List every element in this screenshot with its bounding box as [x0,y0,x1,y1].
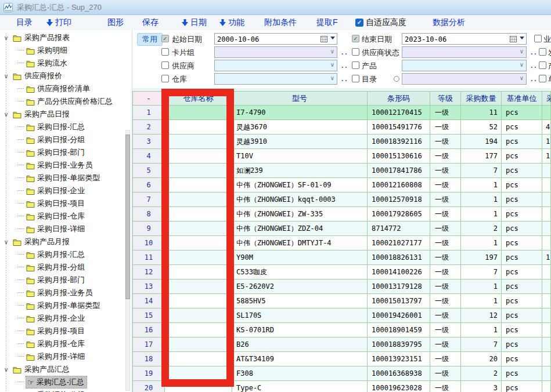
tab-common[interactable]: 常用 [137,33,163,46]
tree-item-采购月报-企业[interactable]: 采购月报-企业 [0,312,132,325]
table-row-18[interactable]: 18AT&T34109100013923151一级20pcs [133,352,551,366]
tree-item-采购明细[interactable]: 采购明细 [0,44,132,57]
partial-checkbox-1[interactable] [534,35,542,42]
table-row-3[interactable]: 3灵越3910100018392116一级194pcs13 [133,135,551,149]
menu-item-9[interactable]: 数据分析 [433,17,465,28]
menu-item-7[interactable]: 提取F [316,17,338,28]
browse-dots[interactable]: .. [531,48,538,56]
table-row-20[interactable]: 20Type-C100019623028一级3pcs [133,381,551,392]
browse-dots[interactable]: .. [341,48,349,56]
table-row-5[interactable]: 5如澜239100017841786一级7pcs [133,164,551,178]
column-header-grade[interactable]: 等级 [430,92,461,106]
table-row-10[interactable]: 10中伟（ZHONGWEI）DMTYJT-4100021027177一级1pcs [133,236,551,251]
table-row-17[interactable]: 17B26100018839795一级7pcs [133,337,551,352]
tree-item-采购月报-项目[interactable]: 采购月报-项目 [0,325,132,337]
tree-item-采购月报-部门[interactable]: 采购月报-部门 [0,274,132,286]
calendar-icon[interactable] [510,35,517,42]
browse-dots[interactable]: .. [531,61,538,70]
tree-item-采购产品报表[interactable]: ∨采购产品报表 [0,31,132,44]
tree-item-采购产品月报[interactable]: ∨采购产品月报 [0,235,132,248]
column-header-num[interactable]: - [133,92,165,106]
menu-item-6[interactable]: 附加条件 [264,17,297,28]
warehouse-checkbox[interactable] [161,75,169,82]
table-row-11[interactable]: 11Y90M100018826131一级197pcs1 [133,251,551,265]
table-row-19[interactable]: 19F308100016368938一级2pcs [133,366,551,381]
date-dropdown-arrow[interactable] [520,37,524,39]
expand-arrow-icon[interactable]: ∨ [2,111,10,118]
supplier-checkbox[interactable] [161,61,169,69]
menu-item-5[interactable]: 功能 [219,17,244,28]
supplier-status-checkbox[interactable] [352,48,359,56]
supplier-status-combo[interactable]: ∨ [402,46,527,58]
calendar-icon[interactable] [320,35,327,42]
tree-item-采购汇总-汇总[interactable]: ☞采购汇总-汇总 [0,376,132,389]
table-row-16[interactable]: 16KS-0701RD100018901459一级1pcs [133,323,551,337]
tree-item-采购日报-分组[interactable]: 采购日报-分组 [0,133,132,146]
browse-dots[interactable]: .. [341,75,349,83]
tree-item-采购月报-分组[interactable]: 采购月报-分组 [0,261,132,274]
menu-item-2[interactable]: 图形 [107,17,124,28]
menu-item-0[interactable]: 目录 [16,17,33,28]
partial-checkbox-2[interactable] [539,48,546,56]
expand-arrow-icon[interactable]: ∨ [2,72,10,80]
warehouse-combo[interactable]: ∨ [214,73,337,85]
end-date-input[interactable]: 2023-10-06 [402,33,527,45]
menu-item-8[interactable]: ✓自适应高度 [355,17,406,28]
table-row-7[interactable]: 7中伟（ZHONGWEI）kqqt-0003100012570918一级1pcs [133,193,551,207]
card-group-checkbox[interactable] [161,48,169,56]
column-header-model[interactable]: 型号 [232,92,368,106]
tree-item-采购日报-企业[interactable]: 采购日报-企业 [0,184,132,197]
tree-item-采购日报-仓库[interactable]: 采购日报-仓库 [0,210,132,223]
start-date-checkbox[interactable]: ✓ [161,35,169,42]
tree-item-采购汇总-分组[interactable]: 采购汇总-分组 [0,389,132,392]
tree-item-采购产品汇总[interactable]: ∨采购产品汇总 [0,363,132,376]
table-row-4[interactable]: 4T10V100015130616一级177pcs1 [133,149,551,164]
column-header-qty[interactable]: 采购数量 [461,92,502,106]
table-row-2[interactable]: 2灵越3670100015491776一级52pcs4 [133,120,551,135]
column-header-unit[interactable]: 基准单位 [502,92,542,106]
menu-item-4[interactable]: 日期 [182,17,207,28]
tree-item-采购日报-业务员[interactable]: 采购日报-业务员 [0,159,132,172]
start-date-input[interactable]: 2000-10-06 [214,33,337,45]
card-group-combo[interactable]: ∨ [214,46,337,58]
expand-arrow-icon[interactable]: ∨ [2,238,10,246]
tree-item-采购产品日报[interactable]: ∨采购产品日报 [0,108,132,121]
column-header-barcode[interactable]: 条形码 [368,92,430,106]
menu-item-3[interactable]: 保存 [142,17,159,28]
tree-item-采购日报-详细[interactable]: 采购日报-详细 [0,223,132,235]
tree-item-产品分供应商价格汇总[interactable]: 产品分供应商价格汇总 [0,95,132,108]
table-row-6[interactable]: 6中伟（ZHONGWEI）SF-01-09100012160808一级1pcs [133,178,551,193]
column-header-extra[interactable]: 采 [542,92,551,106]
column-header-warehouse[interactable]: 仓库名称 [165,92,232,106]
table-row-15[interactable]: 15SL170S100019426001一级12pcs [133,308,551,323]
end-date-checkbox[interactable]: ✓ [352,35,359,42]
autofit-height-checkbox[interactable]: ✓ [355,19,363,27]
tree-item-采购日报-项目[interactable]: 采购日报-项目 [0,197,132,210]
table-row-8[interactable]: 8中伟（ZHONGWEI）ZW-335100017928605一级1pcs [133,207,551,222]
catalog-checkbox[interactable] [352,75,359,82]
tree-item-采购月报-仓库[interactable]: 采购月报-仓库 [0,337,132,350]
table-row-12[interactable]: 12C533咖皮100014100226一级7pcs [133,265,551,280]
catalog-combo[interactable]: ∨ [402,73,527,85]
tree-item-供应商报价[interactable]: ∨供应商报价 [0,70,132,82]
tree-item-采购流水[interactable]: 采购流水 [0,57,132,70]
tree-item-采购月报-详细[interactable]: 采购月报-详细 [0,350,132,363]
partial-checkbox-4[interactable] [539,75,546,82]
tree-item-采购月报-单据类型[interactable]: 采购月报-单据类型 [0,299,132,312]
expand-arrow-icon[interactable]: ∨ [2,34,10,42]
tree-item-采购日报-汇总[interactable]: 采购日报-汇总 [0,121,132,133]
tree-item-采购月报-汇总[interactable]: 采购月报-汇总 [0,248,132,261]
supplier-combo[interactable]: ∨ [214,60,337,71]
tree-item-供应商报价清单[interactable]: 供应商报价清单 [0,82,132,95]
tree-item-采购月报-业务员[interactable]: 采购月报-业务员 [0,286,132,299]
date-dropdown-arrow[interactable] [330,37,335,39]
tree-item-采购日报-部门[interactable]: 采购日报-部门 [0,146,132,159]
browse-dots[interactable]: .. [531,75,538,83]
table-row-9[interactable]: 9中伟（ZHONGWEI）ZDZ-048714772一级2pcs [133,222,551,236]
table-row-1[interactable]: 1I7-4790100012170415一级11pcs [133,106,551,120]
catalog-radio[interactable] [394,76,399,82]
partial-checkbox-3[interactable] [539,61,546,69]
table-row-13[interactable]: 13E5-2620V2100013179128一级1pcs [133,280,551,294]
expand-arrow-icon[interactable]: ∨ [2,366,10,373]
product-combo[interactable]: ∨ [402,60,527,71]
